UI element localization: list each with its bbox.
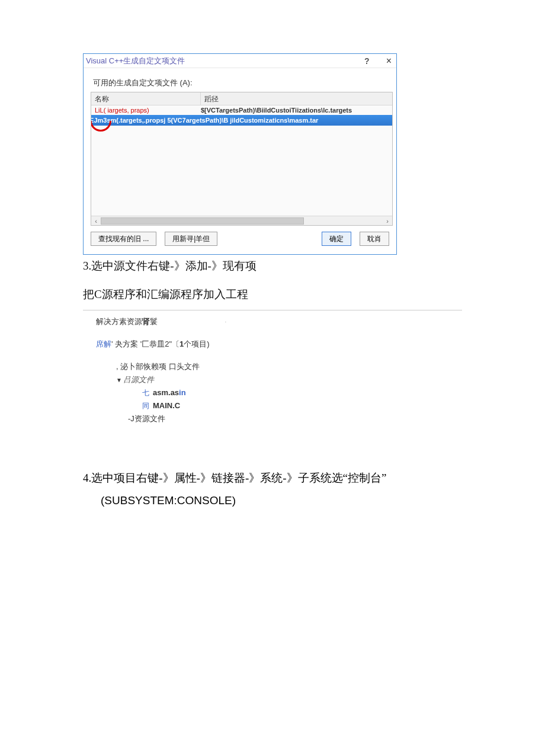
row-path: $[VCTargetsPath)\BiildCustoiTiizations\l… bbox=[201, 107, 352, 114]
find-existing-button[interactable]: 查找现有的旧 ... bbox=[91, 232, 156, 246]
customization-list[interactable]: 名称 蹈径 LiL( iargets, praps) $[VCTargetsPa… bbox=[91, 92, 393, 226]
dialog-title: Visual C++生成自定文项文件 bbox=[86, 56, 364, 66]
refresh-button[interactable]: 用新寻|羊但 bbox=[165, 232, 217, 246]
list-header: 名称 蹈径 bbox=[91, 92, 392, 105]
sol-title-bold: 肾 bbox=[142, 317, 150, 326]
red-annotation-circle bbox=[91, 121, 111, 132]
source-files-folder[interactable]: ▼吕源文件 bbox=[116, 373, 391, 386]
expand-icon[interactable]: ▼ bbox=[116, 375, 123, 385]
file-main-c[interactable]: 同MAIN.C bbox=[116, 399, 391, 412]
file-asm-suffix: in bbox=[179, 388, 186, 397]
step-4-text: 4.选中项目右键-》属性-》链接器-》系统-》子系统选“控制台” bbox=[83, 467, 462, 489]
scroll-track[interactable] bbox=[101, 216, 383, 226]
help-icon[interactable]: ? bbox=[364, 56, 370, 66]
resource-files-folder[interactable]: -J资源文件 bbox=[116, 412, 391, 425]
asm-file-icon: 七 bbox=[142, 387, 153, 399]
cancel-button[interactable]: 耽肖 bbox=[360, 232, 389, 246]
solution-explorer-panel: 解决方素资源肾鬟 · 席解' 夬方案 '匚恭皿2"〔1个项目) , 泌卜部恢赖项… bbox=[83, 314, 391, 425]
subsystem-text: (SUBSYSTEM:CONSOLE) bbox=[101, 489, 462, 512]
solution-explorer-title: 解决方素资源肾鬟 · bbox=[96, 316, 391, 327]
sol-title-suffix: 鬟 bbox=[150, 317, 158, 326]
file-main-name: MAIN.C bbox=[153, 401, 180, 410]
sol-line-mid: ' 夬方案 '匚恭皿2"〔 bbox=[111, 339, 179, 348]
search-icon[interactable]: · bbox=[225, 319, 226, 325]
header-path[interactable]: 蹈径 bbox=[201, 92, 392, 105]
row-name: LiL( iargets, praps) bbox=[91, 107, 201, 114]
dialog-buttons: 查找现有的旧 ... 用新寻|羊但 确定 耽肖 bbox=[91, 226, 393, 251]
sol-line-suffix: 个项目) bbox=[184, 339, 209, 348]
c-file-icon: 同 bbox=[142, 400, 153, 412]
ok-button[interactable]: 确定 bbox=[322, 232, 351, 246]
step-3-text: 3.选中源文件右键-》添加-》现有项 bbox=[83, 257, 462, 275]
src-folder-label: 吕源文件 bbox=[123, 375, 154, 384]
close-icon[interactable]: × bbox=[386, 56, 392, 66]
header-name[interactable]: 名称 bbox=[91, 92, 201, 105]
available-files-label: 可用的生成自定文项文件 (A): bbox=[93, 78, 393, 88]
title-bar: Visual C++生成自定文项文件 ? × bbox=[84, 54, 396, 68]
build-customization-dialog: Visual C++生成自定文项文件 ? × 可用的生成自定文项文件 (A): … bbox=[83, 53, 397, 255]
scroll-thumb[interactable] bbox=[101, 217, 304, 225]
dialog-body: 可用的生成自定文项文件 (A): 名称 蹈径 LiL( iargets, pra… bbox=[84, 68, 396, 254]
list-row-selected[interactable]: jEJm3sm(.targets,.propsj 5(VC7argetsPath… bbox=[91, 115, 393, 126]
sol-line-blue: 席解 bbox=[96, 339, 111, 348]
scroll-right-icon[interactable]: › bbox=[383, 216, 392, 226]
solution-root[interactable]: 席解' 夬方案 '匚恭皿2"〔1个项目) bbox=[96, 339, 391, 350]
divider bbox=[83, 310, 462, 310]
file-asm[interactable]: 七asm.asin bbox=[116, 386, 391, 399]
sol-title-prefix: 解决方素资源 bbox=[96, 317, 142, 326]
solution-tree: , 泌卜部恢赖项 口头文件 ▼吕源文件 七asm.asin 同MAIN.C -J… bbox=[96, 360, 391, 425]
horizontal-scrollbar[interactable]: ‹ › bbox=[91, 216, 392, 225]
step-3-sub-text: 把C源程序和汇编源程序加入工程 bbox=[83, 286, 462, 303]
file-asm-name: asm.as bbox=[153, 388, 179, 397]
scroll-left-icon[interactable]: ‹ bbox=[91, 216, 101, 226]
step-4-block: 4.选中项目右键-》属性-》链接器-》系统-》子系统选“控制台” (SUBSYS… bbox=[0, 467, 462, 512]
list-row[interactable]: LiL( iargets, praps) $[VCTargetsPath)\Bi… bbox=[91, 105, 392, 115]
external-deps-folder[interactable]: , 泌卜部恢赖项 口头文件 bbox=[116, 360, 391, 373]
